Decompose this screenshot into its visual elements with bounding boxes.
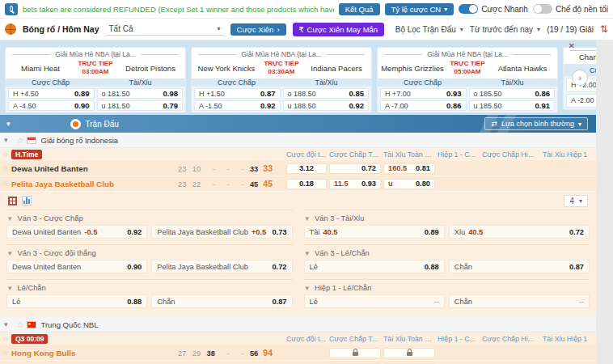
favorite-star-icon[interactable]: ☆ <box>0 335 11 343</box>
bet-cell[interactable]: Xỉu40.50.72 <box>449 225 590 239</box>
odds-cell[interactable]: H +4.500.89 <box>8 88 95 99</box>
odds-cell[interactable]: A -1.500.92 <box>194 100 281 111</box>
bet-label: Dewa United Banten <box>12 263 81 271</box>
live-match-card[interactable]: Giải Mùa Hè NBA (tại La... Memphis Grizz… <box>377 47 558 110</box>
bet-cell[interactable]: Lẻ-- <box>304 294 445 308</box>
handicap-header: Cược Chấp <box>378 78 467 87</box>
column-header: Hiệp 1 - C... <box>438 150 480 159</box>
results-button[interactable]: Kết Quả <box>339 3 380 15</box>
odds-cell[interactable]: A -2.00 <box>566 94 596 108</box>
league-select[interactable]: Tất Cả ▾ <box>106 23 224 36</box>
moneyline-odds-cell[interactable]: 0.18 <box>286 179 327 189</box>
moneyline-odds-cell[interactable]: 3.12 <box>286 163 327 174</box>
chevron-down-icon: ▾ <box>306 214 310 222</box>
odds-cell[interactable]: o 181.500.98 <box>97 88 184 99</box>
odds-cell[interactable]: o 188.500.85 <box>283 88 370 99</box>
match-tools-row: 4▾ <box>0 192 596 210</box>
bet-cell[interactable]: Chẵn-- <box>449 294 590 308</box>
carousel-next-button[interactable]: › <box>572 70 588 86</box>
market-count-select[interactable]: 4▾ <box>564 195 588 207</box>
odds-value: 0.86 <box>535 89 551 98</box>
home-team: Memphis Grizzlies <box>381 64 444 73</box>
score-q4: - <box>218 180 230 188</box>
odds-cell[interactable]: u 181.500.79 <box>97 100 184 111</box>
sort-icon[interactable]: ⇅ <box>600 24 608 34</box>
favorite-star-icon[interactable]: ☆ <box>17 136 24 145</box>
favorite-star-icon[interactable]: ☆ <box>17 320 24 329</box>
panel-header[interactable]: ▾Ván 3 - Tài/Xỉu <box>304 212 590 225</box>
bet-cell[interactable]: Dewa United Banten-0.50.92 <box>6 225 147 239</box>
time-filter-dropdown[interactable]: Từ trước đến nay▾ <box>470 25 540 34</box>
handicap-odds-cell[interactable]: 0.72 <box>329 163 381 174</box>
live-time: TRỰC TIẾP03:30AM <box>258 60 305 76</box>
panel-title: Lẻ/Chẵn <box>18 284 46 292</box>
odds-type-dropdown[interactable]: Tỷ lệ cược CN▾ <box>385 3 454 15</box>
odds-value: 0.92 <box>127 228 142 236</box>
live-match-card[interactable]: Giải Mùa Hè NBA (tại La... New York Knic… <box>191 47 372 110</box>
lock-icon <box>353 352 358 356</box>
panel-header[interactable]: ▾Hiệp 1 - Lẻ/Chẵn <box>304 281 590 294</box>
live-label: TRỰC TIẾP <box>450 60 484 67</box>
odds-value: 0.89 <box>425 228 439 236</box>
odds-cell[interactable]: H +1.500.87 <box>194 88 281 99</box>
favorite-star-icon[interactable]: ☆ <box>0 349 11 357</box>
chevron-down-icon[interactable]: ▾ <box>6 120 11 128</box>
toggle-off-icon <box>533 4 552 14</box>
market-panel: ▾Ván 3 - Cược Chấp Dewa United Banten-0.… <box>6 210 293 244</box>
home-team: Miami Heat <box>9 64 72 73</box>
bet-cell[interactable]: Dewa United Banten0.90 <box>6 260 147 273</box>
league-header-china-nbl[interactable]: ▾ ☆ Trung Quốc NBL <box>0 317 596 332</box>
favorite-star-icon[interactable]: ☆ <box>0 164 11 172</box>
stats-chart-icon[interactable] <box>22 196 32 205</box>
handicap-odds-cell[interactable]: 11.50.93 <box>329 179 381 189</box>
odds-cell[interactable]: o 185.500.86 <box>469 88 556 99</box>
bet-cell[interactable]: Chẵn0.87 <box>449 260 590 273</box>
favorite-star-icon[interactable]: ☆ <box>0 180 11 188</box>
chevron-down-icon[interactable]: ▾ <box>4 136 8 144</box>
favorite-star-icon[interactable]: ☆ <box>0 150 11 159</box>
panel-header[interactable]: ▾Ván 3 - Lẻ/Chẵn <box>304 247 590 260</box>
grid-view-icon[interactable] <box>8 197 17 205</box>
column-header: Cược Chấp Hi... <box>482 150 540 159</box>
dark-mode-toggle[interactable]: Chế độ nền tối <box>533 4 608 14</box>
bet-cell[interactable]: Pelita Jaya Basketball Club+0.50.73 <box>151 225 292 239</box>
odds-cell[interactable]: A -4.500.90 <box>8 100 95 111</box>
panel-header[interactable]: ▾Ván 3 - Cược Chấp <box>6 212 293 225</box>
bet-cell[interactable]: Pelita Jaya Basketball Club0.72 <box>151 260 292 273</box>
card-league-name: Giải Mùa Hè NBA (tại La... <box>6 48 185 59</box>
panel-header[interactable]: ▾Lẻ/Chẵn <box>6 281 293 294</box>
bet-label: Lẻ <box>310 298 318 306</box>
bet-cell[interactable]: Lẻ0.88 <box>6 294 147 308</box>
odds-cell[interactable]: H +7.000.93 <box>380 88 467 99</box>
overunder-odds-cell[interactable]: u0.80 <box>383 179 435 189</box>
overunder-odds-cell[interactable]: 160.50.81 <box>383 163 435 174</box>
overunder-header: Tài/Xỉu <box>281 78 371 87</box>
odds-cell[interactable]: A -7.000.86 <box>380 100 467 111</box>
odds-value: 0.88 <box>127 298 142 306</box>
column-header: Tài Xỉu Hiệp 1 <box>543 150 591 159</box>
odds-cell[interactable]: u 188.500.92 <box>283 100 370 111</box>
sport-title: Bóng rổ / Hôm Nay <box>23 24 99 34</box>
odds-cell[interactable]: u 185.500.91 <box>469 100 556 111</box>
lucky-parlay-button[interactable]: ₹Cược Xiên May Mắn <box>293 23 385 36</box>
panel-header[interactable]: ▾Ván 3 - Cược đội thắng <box>6 247 293 260</box>
search-button[interactable] <box>5 3 18 15</box>
live-match-card[interactable]: Giải Mùa Hè NBA (tại La... Miami Heat TR… <box>5 47 186 110</box>
live-time: TRỰC TIẾP05:00AM <box>444 60 491 76</box>
parlay-button[interactable]: Cược Xiên› <box>230 23 286 36</box>
bet-cell[interactable]: Lẻ0.88 <box>304 260 445 273</box>
close-icon[interactable]: ✕ <box>569 42 575 50</box>
odds-value: 0.87 <box>260 89 276 98</box>
score-half: 45 <box>246 180 258 188</box>
league-header-indonesia[interactable]: ▾ ☆ Giải bóng rổ Indonesia <box>0 133 596 148</box>
odds-value: 0.93 <box>446 89 462 98</box>
chevron-down-icon[interactable]: ▾ <box>4 320 8 328</box>
match-filter-dropdown[interactable]: Bộ Lọc Trận Đấu▾ <box>395 25 463 34</box>
bet-cell[interactable]: Tài40.50.89 <box>304 225 445 239</box>
quick-bet-toggle[interactable]: Cược Nhanh <box>459 4 528 14</box>
top-bar: bets taken are considered REFUNDED (Exce… <box>0 0 613 19</box>
score-q2: 10 <box>188 165 201 173</box>
market-panel: ▾Ván 3 - Lẻ/Chẵn Lẻ0.88 Chẵn0.87 <box>304 244 590 279</box>
bet-cell[interactable]: Chẵn0.87 <box>151 294 292 308</box>
chevron-down-icon: ▾ <box>579 197 582 205</box>
